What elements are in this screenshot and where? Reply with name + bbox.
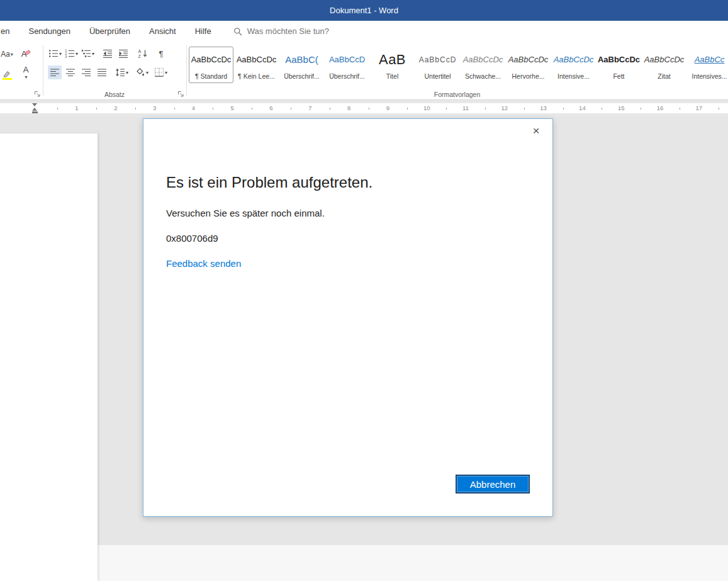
ruler-tick	[641, 108, 641, 110]
ruler-number: 13	[540, 103, 547, 113]
cancel-button[interactable]: Abbrechen	[456, 475, 530, 494]
align-right-icon	[81, 67, 91, 77]
style-sample: AaBbCcDc	[554, 52, 594, 68]
align-left-button[interactable]	[48, 65, 62, 79]
align-center-icon	[65, 67, 76, 77]
style-untertitel[interactable]: AaBbCcDUntertitel	[415, 47, 460, 83]
increase-indent-button[interactable]	[116, 47, 130, 60]
style-sample: AaBbCcDc	[463, 52, 503, 68]
ruler-tick	[96, 108, 97, 110]
borders-icon	[154, 67, 164, 77]
svg-text:3: 3	[65, 55, 67, 59]
tab-referenzen-partial[interactable]: en	[0, 26, 19, 36]
ruler-number: 7	[308, 103, 311, 113]
ruler-tick	[446, 108, 447, 110]
error-dialog: × Es ist ein Problem aufgetreten. Versuc…	[143, 118, 553, 517]
styles-group-label: Formatvorlagen	[186, 91, 728, 98]
sort-button[interactable]: A Z	[136, 47, 150, 60]
ruler-tick	[524, 108, 525, 110]
send-feedback-link[interactable]: Feedback senden	[166, 258, 241, 269]
ruler-tick	[407, 108, 408, 110]
style-name: Intensive...	[557, 72, 590, 80]
style-ueberschrift-1[interactable]: AaBbC(Überschrif...	[279, 47, 324, 83]
numbered-list-button[interactable]: 1 2 3	[64, 47, 79, 60]
tab-sendungen[interactable]: Sendungen	[19, 26, 80, 36]
ruler-number: 12	[501, 103, 508, 113]
font-color-button[interactable]: A	[19, 66, 33, 80]
style-sample: AaB	[379, 52, 406, 68]
ruler-tick	[213, 108, 213, 110]
style-fett[interactable]: AaBbCcDcFett	[596, 47, 641, 83]
ruler-number: 1	[75, 103, 78, 113]
style-ueberschrift-2[interactable]: AaBbCcDÜberschrif...	[325, 47, 369, 83]
style-hervorhebung[interactable]: AaBbCcDcHervorhe...	[506, 47, 551, 83]
font-color-icon: A	[23, 66, 29, 74]
font-dialog-launcher[interactable]	[34, 91, 41, 98]
bullet-list-icon	[48, 48, 59, 59]
ruler-tick	[330, 108, 330, 110]
justify-button[interactable]	[95, 65, 109, 79]
ruler-number: 3	[153, 103, 156, 113]
clear-formatting-button[interactable]: A	[19, 47, 33, 61]
tell-me-search[interactable]: Was möchten Sie tun?	[233, 26, 329, 36]
style-sample: AaBbCcD	[329, 52, 365, 68]
style-name: Untertitel	[424, 72, 451, 80]
align-center-button[interactable]	[64, 65, 77, 79]
style-intensives-zitat[interactable]: AaBbCcIntensives...	[687, 47, 728, 83]
ribbon-tabs: enSendungenÜberprüfenAnsichtHilfe	[0, 21, 221, 42]
style-sample: AaBbC(	[285, 52, 318, 68]
dialog-close-button[interactable]: ×	[526, 121, 546, 140]
bullet-list-button[interactable]	[48, 47, 62, 60]
first-line-indent-marker[interactable]	[32, 103, 37, 106]
tab-ueberpruefen[interactable]: Überprüfen	[80, 26, 140, 36]
style-name: ¶ Standard	[195, 72, 227, 80]
title-bar: Dokument1 - Word	[0, 0, 728, 21]
style-sample: AaBbCcDc	[508, 52, 549, 68]
dialog-error-code: 0x800706d9	[166, 233, 218, 244]
style-name: Intensives...	[692, 72, 727, 80]
style-intensive-hervorhebung[interactable]: AaBbCcDcIntensive...	[551, 47, 596, 83]
ribbon: Aa A A	[0, 42, 728, 100]
style-sample: AaBbCcDc	[598, 52, 640, 68]
word-window: { "colors": { "titlebar": "#2b579a", "ac…	[0, 0, 728, 581]
paragraph-dialog-launcher[interactable]	[177, 91, 184, 98]
document-area-lower	[0, 545, 728, 581]
style-schwache-hervorhebung[interactable]: AaBbCcDcSchwache...	[461, 47, 505, 83]
tab-ansicht[interactable]: Ansicht	[140, 26, 186, 36]
document-page[interactable]	[0, 133, 98, 581]
style-name: Überschrif...	[284, 72, 320, 80]
highlight-color-bar	[3, 78, 12, 81]
dialog-message: Versuchen Sie es später noch einmal.	[166, 208, 325, 218]
tab-hilfe[interactable]: Hilfe	[186, 26, 221, 36]
ruler-tick	[719, 108, 719, 110]
style-titel[interactable]: AaBTitel	[370, 47, 415, 83]
ruler-tick	[135, 108, 136, 110]
shading-button[interactable]	[135, 65, 149, 79]
justify-icon	[97, 67, 107, 77]
text-highlight-button[interactable]	[0, 66, 14, 80]
style-standard[interactable]: AaBbCcDc¶ Standard	[189, 47, 233, 83]
multilevel-list-button[interactable]	[81, 47, 95, 60]
styles-group: AaBbCcDc¶ StandardAaBbCcDc¶ Kein Lee...A…	[186, 42, 728, 99]
style-zitat[interactable]: AaBbCcDcZitat	[642, 47, 686, 83]
borders-button[interactable]	[154, 65, 168, 79]
ruler-number: 5	[231, 103, 234, 113]
align-right-button[interactable]	[79, 65, 93, 79]
line-spacing-button[interactable]	[115, 65, 129, 79]
style-kein-leerraum[interactable]: AaBbCcDc¶ Kein Lee...	[234, 47, 279, 83]
style-sample: AaBbCcDc	[644, 52, 685, 68]
hanging-indent-marker[interactable]	[32, 108, 37, 111]
ruler-number: 4	[192, 103, 195, 113]
left-indent-marker[interactable]	[32, 111, 38, 114]
ruler-tick	[680, 108, 680, 110]
horizontal-ruler[interactable]: 1234567891011121314151617	[0, 100, 728, 116]
show-paragraph-marks-button[interactable]: ¶	[154, 47, 168, 60]
change-case-button[interactable]: Aa	[0, 47, 14, 61]
paragraph-group: 1 2 3	[43, 42, 186, 99]
decrease-indent-button[interactable]	[101, 47, 115, 60]
search-icon	[233, 27, 242, 36]
ruler-number: 8	[347, 103, 350, 113]
ruler-number: 2	[114, 103, 117, 113]
ruler-number: 10	[423, 103, 430, 113]
change-case-icon: Aa	[1, 50, 10, 59]
